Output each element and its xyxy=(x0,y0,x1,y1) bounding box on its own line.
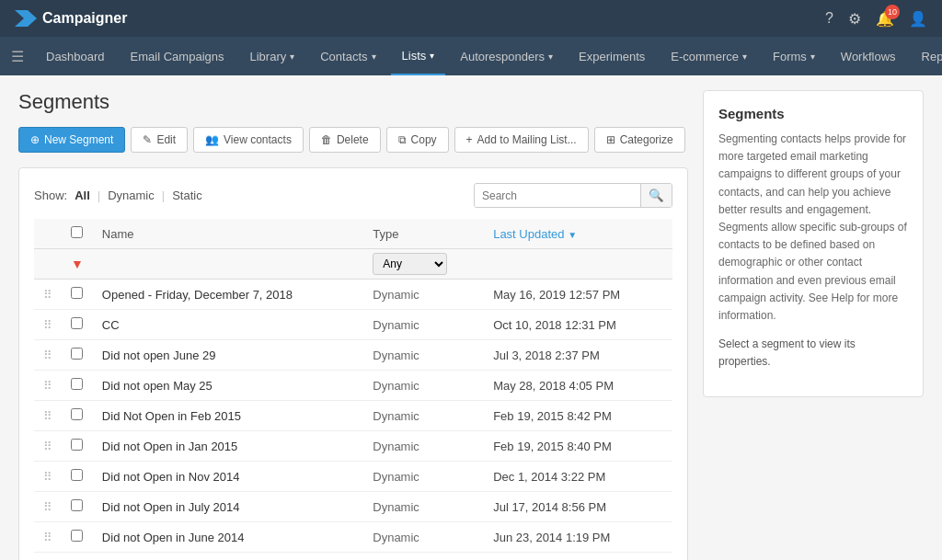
hamburger-icon[interactable]: ☰ xyxy=(11,48,24,65)
th-checkbox[interactable] xyxy=(62,219,93,249)
row-checkbox-cell[interactable] xyxy=(62,553,93,561)
search-input[interactable] xyxy=(475,185,640,207)
table-row: ⠿ Did not open June 29 Dynamic Jul 3, 20… xyxy=(34,340,672,371)
top-header: Campaigner ? ⚙ 🔔 10 👤 xyxy=(0,0,942,37)
row-name[interactable]: Did not open May 25 xyxy=(93,371,363,401)
row-last-updated: Feb 19, 2015 8:42 PM xyxy=(484,401,672,431)
row-checkbox-cell[interactable] xyxy=(62,462,93,492)
delete-button[interactable]: 🗑 Delete xyxy=(309,127,381,153)
table-row: ⠿ Did not Open in June 2014 Dynamic Jun … xyxy=(34,522,672,553)
trash-icon: 🗑 xyxy=(321,133,332,146)
row-type: Dynamic xyxy=(363,340,484,371)
row-type: Dynamic xyxy=(363,280,484,310)
row-name[interactable]: Did not Open in July 2014 xyxy=(93,492,363,522)
view-contacts-button[interactable]: 👥 View contacts xyxy=(193,127,304,153)
row-name[interactable]: Opened - Friday, December 7, 2018 xyxy=(93,280,363,310)
drag-handle[interactable]: ⠿ xyxy=(34,401,62,431)
row-checkbox[interactable] xyxy=(71,317,83,329)
user-icon[interactable]: 👤 xyxy=(909,10,927,28)
row-checkbox[interactable] xyxy=(71,408,83,420)
drag-handle[interactable]: ⠿ xyxy=(34,553,62,561)
drag-handle[interactable]: ⠿ xyxy=(34,431,62,462)
settings-icon[interactable]: ⚙ xyxy=(848,10,861,28)
row-name[interactable]: Did not Open in Jan 2015 xyxy=(93,431,363,462)
nav-workflows[interactable]: Workflows xyxy=(830,37,907,75)
nav-reports[interactable]: Reports▾ xyxy=(911,37,942,75)
row-checkbox[interactable] xyxy=(71,439,83,451)
filter-dynamic[interactable]: Dynamic xyxy=(108,189,155,202)
table-row: ⠿ Did not open May 25 Dynamic May 28, 20… xyxy=(34,371,672,401)
drag-handle[interactable]: ⠿ xyxy=(34,310,62,340)
select-all-checkbox[interactable] xyxy=(71,226,83,238)
row-name[interactable]: Did not open June 29 xyxy=(93,340,363,371)
row-last-updated: Feb 19, 2015 8:40 PM xyxy=(484,431,672,462)
row-type: Dynamic xyxy=(363,401,484,431)
row-checkbox-cell[interactable] xyxy=(62,401,93,431)
row-type: Dynamic xyxy=(363,553,484,561)
row-checkbox-cell[interactable] xyxy=(62,431,93,462)
row-checkbox[interactable] xyxy=(71,499,83,511)
categorize-button[interactable]: ⊞ Categorize xyxy=(594,127,685,153)
drag-handle[interactable]: ⠿ xyxy=(34,462,62,492)
row-checkbox-cell[interactable] xyxy=(62,492,93,522)
nav-forms[interactable]: Forms▾ xyxy=(762,37,826,75)
th-drag xyxy=(34,219,62,249)
filter-static[interactable]: Static xyxy=(172,189,202,202)
main-area: Segments ⊕ New Segment ✎ Edit 👥 View con… xyxy=(18,90,688,560)
new-segment-button[interactable]: ⊕ New Segment xyxy=(18,127,125,153)
row-checkbox[interactable] xyxy=(71,530,83,542)
help-icon[interactable]: ? xyxy=(825,10,833,27)
drag-handle[interactable]: ⠿ xyxy=(34,340,62,371)
copy-button[interactable]: ⧉ Copy xyxy=(386,127,449,153)
row-type: Dynamic xyxy=(363,371,484,401)
row-last-updated: Jun 23, 2014 1:19 PM xyxy=(484,522,672,553)
edit-button[interactable]: ✎ Edit xyxy=(131,127,188,153)
table-row: ⠿ CC Dynamic Oct 10, 2018 12:31 PM xyxy=(34,310,672,340)
row-checkbox[interactable] xyxy=(71,287,83,299)
nav-ecommerce[interactable]: E-commerce▾ xyxy=(660,37,758,75)
row-last-updated: Jul 17, 2014 8:56 PM xyxy=(484,492,672,522)
nav-lists[interactable]: Lists▾ xyxy=(391,37,446,75)
row-checkbox-cell[interactable] xyxy=(62,522,93,553)
row-name[interactable]: Did not Open in May xyxy=(93,553,363,561)
table-row: ⠿ Opened - Friday, December 7, 2018 Dyna… xyxy=(34,280,672,310)
row-checkbox[interactable] xyxy=(71,348,83,360)
segments-table: Name Type Last Updated ▼ ▼ xyxy=(34,219,672,560)
row-name[interactable]: Did Not Open in Feb 2015 xyxy=(93,401,363,431)
row-checkbox[interactable] xyxy=(71,469,83,481)
row-checkbox-cell[interactable] xyxy=(62,280,93,310)
row-name[interactable]: Did not Open in Nov 2014 xyxy=(93,462,363,492)
row-checkbox-cell[interactable] xyxy=(62,340,93,371)
drag-handle[interactable]: ⠿ xyxy=(34,492,62,522)
side-panel-title: Segments xyxy=(718,106,908,121)
drag-handle[interactable]: ⠿ xyxy=(34,371,62,401)
search-button[interactable]: 🔍 xyxy=(640,184,672,207)
show-label: Show: xyxy=(34,189,67,202)
show-filter-left: Show: All | Dynamic | Static xyxy=(34,189,202,202)
nav-library[interactable]: Library▾ xyxy=(238,37,305,75)
filter-all[interactable]: All xyxy=(75,189,90,202)
row-checkbox[interactable] xyxy=(71,378,83,390)
add-icon: + xyxy=(466,133,473,146)
nav-experiments[interactable]: Experiments xyxy=(568,37,656,75)
drag-handle[interactable]: ⠿ xyxy=(34,522,62,553)
nav-dashboard[interactable]: Dashboard xyxy=(35,37,116,75)
edit-icon: ✎ xyxy=(143,133,152,146)
add-to-mailing-button[interactable]: + Add to Mailing List... xyxy=(454,127,589,153)
nav-contacts[interactable]: Contacts▾ xyxy=(309,37,386,75)
row-checkbox-cell[interactable] xyxy=(62,371,93,401)
filter-icon: ▼ xyxy=(71,257,84,271)
notifications-icon[interactable]: 🔔 10 xyxy=(876,10,894,28)
table-card: Show: All | Dynamic | Static 🔍 xyxy=(18,167,688,560)
th-last-updated[interactable]: Last Updated ▼ xyxy=(484,219,672,249)
type-filter-select[interactable]: Any Dynamic Static xyxy=(373,253,447,275)
nav-email-campaigns[interactable]: Email Campaigns xyxy=(120,37,236,75)
row-checkbox-cell[interactable] xyxy=(62,310,93,340)
row-name[interactable]: Did not Open in June 2014 xyxy=(93,522,363,553)
nav-autoresponders[interactable]: Autoresponders▾ xyxy=(449,37,564,75)
row-type: Dynamic xyxy=(363,462,484,492)
drag-handle[interactable]: ⠿ xyxy=(34,280,62,310)
row-name[interactable]: CC xyxy=(93,310,363,340)
nav-bar: ☰ Dashboard Email Campaigns Library▾ Con… xyxy=(0,37,942,75)
table-row: ⠿ Did Not Open in Feb 2015 Dynamic Feb 1… xyxy=(34,401,672,431)
